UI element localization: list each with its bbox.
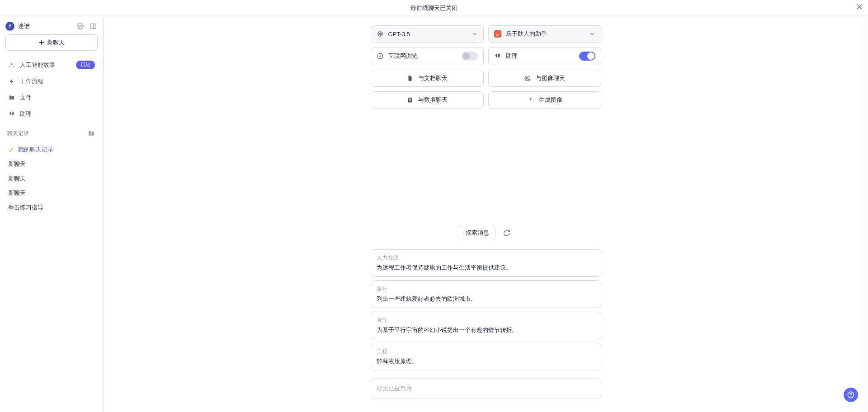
chat-input[interactable]: 聊天已被禁用 — [371, 379, 601, 398]
chat-data-label: 与数据聊天 — [418, 96, 448, 104]
chevron-down-icon — [589, 31, 595, 37]
prompt-category: 写作 — [377, 317, 595, 324]
chat-input-placeholder: 聊天已被禁用 — [377, 385, 412, 392]
chat-with-image-button[interactable]: 与图像聊天 — [488, 70, 601, 87]
pencil-icon — [8, 147, 14, 153]
sparkle-icon — [8, 62, 15, 69]
prompt-category: 人力资源 — [377, 254, 595, 262]
explore-messages-button[interactable]: 探索消息 — [459, 226, 496, 240]
prompt-text: 列出一些建筑爱好者必去的欧洲城市。 — [377, 295, 595, 303]
gen-image-label: 生成图像 — [539, 96, 562, 104]
plus-icon — [39, 40, 44, 45]
refresh-icon[interactable] — [500, 227, 513, 239]
persona-selector[interactable]: ☺ 乐于助人的助手 — [488, 25, 601, 43]
explore-row: 探索消息 — [314, 226, 658, 240]
history-label: 拳击练习指导 — [8, 204, 43, 212]
browse-toggle[interactable] — [462, 52, 478, 61]
sidebar-item-assistant[interactable]: 助理 — [5, 106, 98, 122]
image-icon — [524, 75, 531, 82]
assistant-toggle[interactable] — [579, 52, 595, 61]
prompt-text: 解释液压原理。 — [377, 357, 595, 365]
history-item-my-chats[interactable]: 我的聊天记录 — [5, 142, 98, 157]
history-item[interactable]: 新聊天 — [5, 157, 98, 171]
spreadsheet-icon — [406, 96, 414, 104]
model-label: GPT-3.5 — [388, 31, 410, 38]
svg-point-0 — [80, 25, 81, 27]
prompt-card[interactable]: 人力资源 为远程工作者保持健康的工作与生活平衡提供建议。 — [371, 249, 601, 277]
user-name: 迷谁 — [18, 22, 72, 30]
chat-with-data-button[interactable]: 与数据聊天 — [371, 91, 484, 109]
history-item[interactable]: 新聊天 — [5, 171, 98, 186]
sidebar-item-ai-stories[interactable]: 人工智能故事 贝塔 — [5, 57, 98, 73]
prompt-text: 为远程工作者保持健康的工作与生活平衡提供建议。 — [377, 264, 595, 272]
history-header-label: 聊天记录 — [7, 130, 29, 137]
brain-icon — [494, 52, 501, 60]
svg-rect-7 — [408, 98, 412, 103]
model-selector[interactable]: GPT-3.5 — [371, 25, 484, 43]
sparkle-icon — [527, 96, 534, 104]
prompt-category: 工程 — [377, 348, 595, 355]
prompt-card[interactable]: 工程 解释液压原理。 — [371, 343, 601, 370]
svg-point-9 — [850, 396, 851, 397]
help-icon — [847, 391, 854, 398]
history-header: 聊天记录 — [5, 125, 98, 139]
svg-rect-5 — [525, 76, 530, 80]
history-item[interactable]: 新聊天 — [5, 186, 98, 200]
chat-doc-label: 与文档聊天 — [418, 74, 448, 82]
compass-icon — [377, 52, 384, 60]
history-item[interactable]: 拳击练习指导 — [5, 200, 98, 215]
generate-image-button[interactable]: 生成图像 — [488, 91, 601, 109]
beta-badge: 贝塔 — [76, 61, 95, 69]
prompt-category: 旅行 — [377, 285, 595, 293]
chat-image-label: 与图像聊天 — [536, 74, 565, 82]
nav-label: 助理 — [20, 110, 32, 118]
new-chat-button[interactable]: 新聊天 — [5, 34, 98, 51]
document-icon — [406, 75, 414, 82]
history-label: 新聊天 — [8, 160, 26, 168]
banner-text: 最前线聊天已关闭 — [410, 4, 458, 12]
assistant-label: 助理 — [506, 52, 518, 60]
sidebar-item-workflows[interactable]: 工作流程 — [5, 74, 98, 89]
browse-label: 互联网浏览 — [388, 52, 418, 60]
history-label: 新聊天 — [8, 175, 26, 183]
user-row: f 迷谁 — [5, 22, 98, 31]
prompt-card[interactable]: 写作 为基于平行宇宙的科幻小说提出一个有趣的情节转折。 — [371, 312, 601, 339]
nav-label: 工作流程 — [20, 77, 43, 85]
avatar[interactable]: f — [5, 22, 14, 31]
sidebar: f 迷谁 新聊天 人工智能故事 贝塔 — [0, 16, 104, 412]
new-chat-label: 新聊天 — [47, 38, 65, 47]
history-label: 新聊天 — [8, 189, 26, 197]
close-icon[interactable] — [856, 4, 863, 10]
sidebar-item-files[interactable]: 文件 — [5, 90, 98, 105]
controls-grid: GPT-3.5 ☺ 乐于助人的助手 — [371, 25, 601, 109]
nav-label: 文件 — [20, 94, 32, 102]
persona-label: 乐于助人的助手 — [506, 30, 547, 38]
main: GPT-3.5 ☺ 乐于助人的助手 — [104, 16, 868, 412]
history-label: 我的聊天记录 — [18, 146, 53, 154]
nav-label: 人工智能故事 — [20, 61, 55, 69]
bolt-icon — [8, 78, 15, 85]
chevron-down-icon — [472, 31, 478, 37]
chat-with-doc-button[interactable]: 与文档聊天 — [371, 70, 484, 87]
persona-avatar-icon: ☺ — [494, 30, 501, 38]
prompt-card[interactable]: 旅行 列出一些建筑爱好者必去的欧洲城市。 — [371, 280, 601, 308]
history-list: 我的聊天记录 新聊天 新聊天 新聊天 拳击练习指导 — [5, 142, 98, 215]
help-fab[interactable] — [844, 388, 858, 402]
browse-toggle-row[interactable]: 互联网浏览 — [371, 47, 484, 65]
brain-icon — [8, 110, 15, 118]
prompt-text: 为基于平行宇宙的科幻小说提出一个有趣的情节转折。 — [377, 326, 595, 334]
openai-icon — [377, 30, 384, 38]
prompt-cards: 人力资源 为远程工作者保持健康的工作与生活平衡提供建议。 旅行 列出一些建筑爱好… — [371, 249, 601, 370]
add-folder-icon[interactable] — [87, 129, 96, 138]
nav-list: 人工智能故事 贝塔 工作流程 文件 助理 — [5, 57, 98, 122]
gear-icon[interactable] — [76, 22, 85, 31]
panel-toggle-icon[interactable] — [89, 22, 98, 31]
folder-icon — [8, 94, 15, 101]
assistant-toggle-row[interactable]: 助理 — [488, 47, 601, 65]
top-banner: 最前线聊天已关闭 — [0, 0, 868, 16]
